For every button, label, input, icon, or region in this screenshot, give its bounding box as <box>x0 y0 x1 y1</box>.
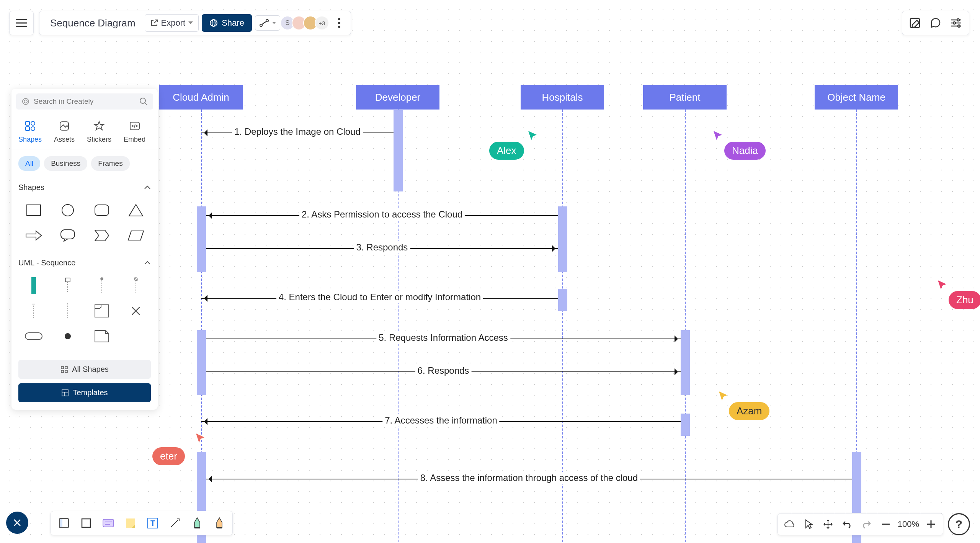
main-menu-button[interactable] <box>9 11 34 35</box>
redo-button[interactable] <box>857 515 876 533</box>
actor-cloud-admin[interactable]: Cloud Admin <box>159 85 243 110</box>
shape-speech-bubble[interactable] <box>52 225 83 246</box>
actor-object-name[interactable]: Object Name <box>815 85 898 110</box>
actor-patient[interactable]: Patient <box>643 85 727 110</box>
activation-4[interactable] <box>197 330 206 395</box>
shape-rounded-rect[interactable] <box>87 200 117 221</box>
more-options-button[interactable] <box>332 18 346 28</box>
tool-card[interactable] <box>98 514 119 533</box>
connector-dropdown-button[interactable] <box>255 15 280 31</box>
tab-stickers[interactable]: Stickers <box>87 119 111 144</box>
svg-rect-28 <box>27 205 41 216</box>
message-label-7[interactable]: 8. Assess the information through access… <box>418 472 640 484</box>
message-label-1[interactable]: 2. Asks Permission to access the Cloud <box>299 208 465 221</box>
activation-6[interactable] <box>681 414 690 436</box>
tool-connector[interactable] <box>164 514 186 533</box>
collaborator-avatars[interactable]: S +3 <box>283 16 329 30</box>
actor-hospitals[interactable]: Hospitals <box>521 85 604 110</box>
uml-pill[interactable] <box>18 325 49 347</box>
zoom-in-button[interactable] <box>921 515 941 533</box>
message-label-5[interactable]: 6. Responds <box>415 365 472 377</box>
svg-point-10 <box>338 26 340 28</box>
svg-rect-50 <box>61 370 64 373</box>
avatar-more[interactable]: +3 <box>315 16 329 30</box>
shape-rectangle[interactable] <box>18 200 49 221</box>
tool-sticky-note[interactable] <box>120 514 141 533</box>
pan-tool-button[interactable] <box>818 515 838 533</box>
cursor-arrow-eter <box>195 433 206 445</box>
templates-button[interactable]: Templates <box>18 383 151 402</box>
actor-developer[interactable]: Developer <box>356 85 439 110</box>
zoom-level-label[interactable]: 100% <box>895 519 921 529</box>
svg-rect-31 <box>61 230 75 239</box>
shape-parallelogram[interactable] <box>121 225 151 246</box>
uml-lifeline-2[interactable] <box>121 275 151 296</box>
undo-icon <box>842 520 852 528</box>
message-label-3[interactable]: 4. Enters the Cloud to Enter or modify I… <box>276 291 483 303</box>
chip-business[interactable]: Business <box>44 156 87 171</box>
message-label-4[interactable]: 5. Requests Information Access <box>376 332 510 344</box>
assets-icon <box>59 120 70 132</box>
tool-frame[interactable] <box>53 514 75 533</box>
document-title[interactable]: Sequence Diagram <box>44 17 142 29</box>
message-label-2[interactable]: 3. Responds <box>354 241 410 254</box>
svg-rect-48 <box>61 366 64 369</box>
chip-frames[interactable]: Frames <box>91 156 129 171</box>
settings-button[interactable] <box>947 14 966 32</box>
tab-assets[interactable]: Assets <box>54 119 75 144</box>
cloud-sync-button[interactable] <box>780 515 799 533</box>
search-input[interactable] <box>34 97 136 106</box>
section-shapes-header[interactable]: Shapes <box>11 178 158 196</box>
uml-activation[interactable] <box>18 275 49 296</box>
uml-fragment[interactable] <box>87 300 117 322</box>
zoom-out-button[interactable] <box>876 515 895 533</box>
help-button[interactable]: ? <box>948 513 970 535</box>
uml-lifeline-box[interactable] <box>52 275 83 296</box>
activation-5[interactable] <box>681 330 690 395</box>
svg-rect-46 <box>25 333 42 340</box>
svg-point-36 <box>101 278 103 280</box>
export-button[interactable]: Export <box>145 14 199 32</box>
tab-shapes[interactable]: Shapes <box>18 119 42 144</box>
tab-embed[interactable]: Embed <box>124 119 145 144</box>
edit-button[interactable] <box>905 14 924 32</box>
uml-shapes-grid <box>11 271 158 354</box>
activation-3[interactable] <box>558 289 567 311</box>
tool-rectangle[interactable] <box>75 514 97 533</box>
activation-0[interactable] <box>394 110 403 191</box>
undo-button[interactable] <box>838 515 857 533</box>
tool-highlighter[interactable] <box>209 514 230 533</box>
message-label-6[interactable]: 7. Accesses the information <box>382 414 499 427</box>
section-uml-header[interactable]: UML - Sequence <box>11 253 158 271</box>
uml-dot[interactable] <box>52 325 83 347</box>
uml-lifeline-3[interactable] <box>18 300 49 322</box>
uml-note[interactable] <box>87 325 117 347</box>
tool-pen[interactable] <box>186 514 208 533</box>
uml-lifeline-1[interactable] <box>87 275 117 296</box>
pen-icon <box>192 517 202 529</box>
stickers-icon <box>93 120 105 132</box>
lifeline-patient[interactable] <box>685 110 686 543</box>
uml-lifeline-4[interactable] <box>52 300 83 322</box>
shape-triangle[interactable] <box>121 200 151 221</box>
share-button[interactable]: Share <box>202 14 252 32</box>
activation-1[interactable] <box>197 206 206 272</box>
comments-button[interactable] <box>926 14 945 32</box>
activation-2[interactable] <box>558 206 567 272</box>
svg-point-20 <box>140 98 145 103</box>
close-panel-button[interactable] <box>6 512 28 534</box>
search-bar[interactable] <box>16 93 153 110</box>
all-shapes-button[interactable]: All Shapes <box>18 360 151 379</box>
pointer-tool-button[interactable] <box>799 515 818 533</box>
edit-icon <box>909 17 921 29</box>
chip-all[interactable]: All <box>18 156 40 171</box>
uml-destroy[interactable] <box>121 300 151 322</box>
shape-circle[interactable] <box>52 200 83 221</box>
caret-down-icon <box>188 21 193 25</box>
shape-arrow[interactable] <box>18 225 49 246</box>
svg-rect-68 <box>194 527 200 528</box>
pointer-icon <box>805 519 813 529</box>
message-label-0[interactable]: 1. Deploys the Image on Cloud <box>232 126 363 138</box>
tool-text[interactable]: T <box>142 514 163 533</box>
shape-chevron[interactable] <box>87 225 117 246</box>
